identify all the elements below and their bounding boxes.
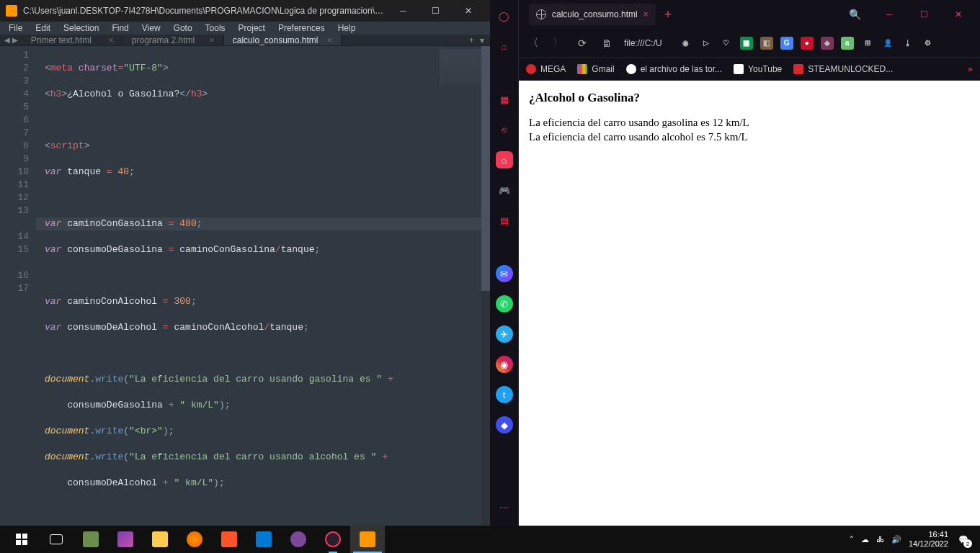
- code-area[interactable]: <meta charset="UTF-8"> <h3>¿Alcohol o Ga…: [36, 46, 490, 553]
- minimap[interactable]: [440, 49, 483, 85]
- taskbar-app-tor[interactable]: [281, 526, 316, 553]
- adguard-icon[interactable]: a: [841, 37, 854, 50]
- gx-corner-icon[interactable]: ◯: [496, 7, 513, 24]
- line-numbers: 1234567891011121314151617: [0, 46, 36, 553]
- menu-preferences[interactable]: Preferences: [272, 22, 331, 35]
- sublime-titlebar[interactable]: C:\Users\juanl.DESKTOP-7I4278H\Documents…: [0, 0, 490, 22]
- menu-help[interactable]: Help: [332, 22, 362, 35]
- tab-label: Primer text.html: [31, 35, 92, 45]
- menu-edit[interactable]: Edit: [30, 22, 56, 35]
- search-tabs-icon[interactable]: 🔍: [839, 3, 870, 26]
- onedrive-icon[interactable]: ☁: [861, 535, 869, 544]
- start-button[interactable]: [4, 526, 39, 553]
- tab-primer-text[interactable]: Primer text.html ×: [22, 35, 123, 45]
- menu-tools[interactable]: Tools: [200, 22, 231, 35]
- reload-button[interactable]: ⟳: [575, 36, 589, 50]
- minimize-button[interactable]: ─: [387, 0, 419, 22]
- notifications-button[interactable]: 💬2: [956, 531, 971, 547]
- system-tray: ˄ ☁ 🖧 🔊 16:41 14/12/2022 💬2: [850, 530, 976, 549]
- close-button[interactable]: ✕: [943, 3, 974, 26]
- opera-sidebar: ◯ ⌂ ▦ ⎋ ⌂ 🎮 ▤ ✉ ✆ ✈ ◉ t ◆ ⋯: [490, 0, 519, 526]
- maximize-button[interactable]: ☐: [908, 3, 940, 26]
- tab-menu-button[interactable]: ▾: [480, 35, 484, 45]
- opera-tab-strip: calculo_consumo.html × + 🔍 ─ ☐ ✕: [519, 0, 980, 29]
- tray-chevron-icon[interactable]: ˄: [850, 535, 854, 544]
- tab-label: calculo_consumo.html: [233, 35, 318, 45]
- extension-icon[interactable]: ◆: [821, 37, 834, 50]
- maximize-button[interactable]: ☐: [419, 0, 452, 22]
- extension-icon[interactable]: ▦: [740, 37, 753, 50]
- extensions-menu-icon[interactable]: ⊞: [861, 37, 874, 50]
- messenger-icon[interactable]: ✉: [496, 265, 513, 282]
- twitch-icon[interactable]: ⎋: [496, 121, 513, 138]
- new-tab-button[interactable]: +: [664, 7, 672, 22]
- taskbar-app-firefox[interactable]: [177, 526, 212, 553]
- menu-view[interactable]: View: [136, 22, 166, 35]
- menu-goto[interactable]: Goto: [168, 22, 198, 35]
- task-view-button[interactable]: [39, 526, 74, 553]
- bookmark-archivo[interactable]: el archivo de las tor...: [626, 64, 722, 74]
- tab-close-icon[interactable]: ×: [643, 9, 649, 19]
- more-icon[interactable]: ⋯: [496, 498, 513, 516]
- limiter-icon[interactable]: ▦: [496, 91, 513, 108]
- twitter-icon[interactable]: t: [496, 386, 513, 403]
- ublock-icon[interactable]: ●: [801, 37, 814, 50]
- controller-icon[interactable]: 🎮: [496, 181, 513, 199]
- instagram-icon[interactable]: ◉: [496, 356, 513, 373]
- bookmark-steamunlocked[interactable]: STEAMUNLOCKED...: [793, 64, 893, 74]
- taskbar-app-minecraft[interactable]: [74, 526, 108, 553]
- network-icon[interactable]: 🖧: [876, 535, 884, 544]
- bookmark-gmail[interactable]: Gmail: [577, 64, 614, 74]
- gx-control-icon[interactable]: ⌂: [496, 37, 513, 55]
- media-icon[interactable]: ▷: [700, 37, 713, 50]
- home-icon[interactable]: ⌂: [496, 151, 513, 168]
- svg-rect-0: [16, 534, 21, 539]
- telegram-icon[interactable]: ✈: [496, 325, 513, 343]
- tab-scroll-arrows[interactable]: ◀ ▶: [0, 35, 22, 45]
- menu-project[interactable]: Project: [233, 22, 271, 35]
- tab-calculo-consumo[interactable]: calculo_consumo.html ×: [224, 35, 342, 45]
- discord-icon[interactable]: ◆: [496, 416, 513, 433]
- new-tab-button[interactable]: +: [469, 35, 474, 45]
- taskbar-app[interactable]: [108, 526, 143, 553]
- downloads-icon[interactable]: ⭳: [901, 37, 914, 50]
- bookmark-mega[interactable]: MEGA: [526, 64, 566, 74]
- minimize-button[interactable]: ─: [873, 3, 905, 26]
- tab-close-icon[interactable]: ×: [327, 35, 333, 45]
- editor[interactable]: 1234567891011121314151617 <meta charset=…: [0, 46, 490, 553]
- profile-icon[interactable]: 👤: [881, 37, 894, 50]
- menu-file[interactable]: File: [3, 22, 28, 35]
- easy-setup-icon[interactable]: ⚙: [922, 37, 935, 50]
- back-button[interactable]: 〈: [526, 36, 540, 50]
- extension-icon[interactable]: ◧: [760, 37, 773, 50]
- taskbar-app-mail[interactable]: [246, 526, 281, 553]
- volume-icon[interactable]: 🔊: [891, 535, 901, 544]
- taskbar-app-explorer[interactable]: [143, 526, 177, 553]
- clock[interactable]: 16:41 14/12/2022: [909, 530, 948, 549]
- heart-icon[interactable]: ♡: [720, 37, 733, 50]
- forward-button[interactable]: 〉: [551, 36, 565, 50]
- close-button[interactable]: ✕: [452, 0, 484, 22]
- opera-toolbar: 〈 〉 ⟳ 🗎 file:///C:/U ◉ ▷ ♡ ▦ ◧ G ● ◆ a ⊞…: [519, 29, 980, 58]
- page-text-line: La eficiencia del carro usando alcohol e…: [529, 130, 970, 144]
- address-bar[interactable]: file:///C:/U: [624, 38, 662, 48]
- bookmarks-overflow-icon[interactable]: »: [968, 64, 973, 74]
- taskbar-app-brave[interactable]: [212, 526, 246, 553]
- menu-selection[interactable]: Selection: [58, 22, 104, 35]
- menu-find[interactable]: Find: [106, 22, 134, 35]
- browser-tab[interactable]: calculo_consumo.html ×: [529, 4, 656, 25]
- screenshot-icon[interactable]: ◉: [680, 37, 692, 50]
- tab-close-icon[interactable]: ×: [108, 35, 114, 45]
- google-translate-icon[interactable]: G: [780, 37, 793, 50]
- tab-programa-2[interactable]: programa 2.html ×: [123, 35, 224, 45]
- whatsapp-icon[interactable]: ✆: [496, 295, 513, 313]
- taskbar-app-sublime[interactable]: [350, 526, 385, 553]
- page-viewport[interactable]: ¿Alcohol o Gasolina? La eficiencia del c…: [519, 81, 980, 526]
- tab-close-icon[interactable]: ×: [209, 35, 215, 45]
- bookmark-youtube[interactable]: YouTube: [734, 64, 782, 74]
- taskbar-app-opera[interactable]: [316, 526, 350, 553]
- vertical-scrollbar[interactable]: [481, 46, 490, 553]
- page-text-line: La eficiencia del carro usando gasolina …: [529, 115, 970, 130]
- news-icon[interactable]: ▤: [496, 212, 513, 229]
- svg-rect-1: [22, 534, 27, 539]
